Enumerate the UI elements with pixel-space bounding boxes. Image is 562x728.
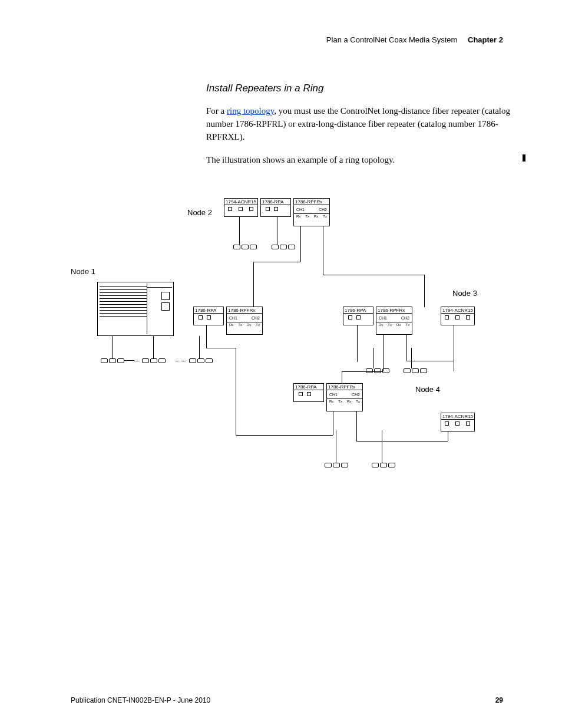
module-label: 1786-RPA bbox=[343, 307, 373, 313]
ch2-label: CH2 bbox=[401, 316, 409, 320]
connector-strip bbox=[233, 245, 257, 251]
fiber-line bbox=[253, 262, 254, 307]
fiber-line bbox=[342, 371, 383, 372]
module-label: 1786-RPFRx bbox=[294, 199, 329, 205]
module-label: 1794-ACNR15 bbox=[441, 413, 474, 419]
tx-label: Tx bbox=[238, 323, 242, 327]
fiber-line bbox=[236, 435, 333, 436]
rx-label: Rx bbox=[396, 323, 401, 327]
coax-line bbox=[454, 361, 454, 371]
page-header: Plan a ControlNet Coax Media System Chap… bbox=[326, 35, 503, 44]
tx-label: Tx bbox=[388, 323, 392, 327]
node-1-label: Node 1 bbox=[71, 267, 95, 276]
fiber-line bbox=[323, 226, 323, 275]
module-acnr-node2: 1794-ACNR15 bbox=[224, 198, 258, 217]
ring-topology-link[interactable]: ring topology bbox=[227, 106, 274, 116]
module-rpa-mid1: 1786-RPA bbox=[193, 307, 224, 325]
ch2-label: CH2 bbox=[252, 316, 260, 320]
section-heading: Install Repeaters in a Ring bbox=[206, 83, 521, 94]
module-label: 1786-RPFRx bbox=[327, 384, 362, 390]
connector-strip bbox=[189, 358, 213, 364]
module-acnr-node4: 1794-ACNR15 bbox=[441, 413, 475, 431]
rack-node1 bbox=[97, 282, 174, 336]
rx-label: Rx bbox=[296, 215, 300, 218]
coax-line bbox=[357, 325, 358, 362]
fiber-line bbox=[424, 275, 425, 307]
dotted-gap bbox=[176, 361, 186, 361]
connector-strip bbox=[324, 463, 349, 469]
coax-line bbox=[153, 336, 154, 358]
fiber-line bbox=[406, 361, 454, 361]
module-rpfrx-mid1: 1786-RPFRx CH1 CH2 Rx Tx Rx Tx bbox=[226, 307, 263, 335]
node-2-label: Node 2 bbox=[187, 208, 212, 217]
coax-line bbox=[336, 430, 336, 463]
page-footer: Publication CNET-IN002B-EN-P - June 2010… bbox=[71, 696, 503, 704]
fiber-line bbox=[383, 335, 384, 371]
ch1-label: CH1 bbox=[229, 316, 237, 320]
page-number: 29 bbox=[495, 696, 503, 704]
publication-id: Publication CNET-IN002B-EN-P - June 2010 bbox=[71, 696, 210, 704]
rx-label: Rx bbox=[247, 323, 251, 327]
coax-line bbox=[124, 360, 134, 361]
node-3-label: Node 3 bbox=[452, 289, 477, 298]
module-label: 1786-RPA bbox=[261, 199, 290, 205]
para1-pre: For a bbox=[206, 106, 227, 116]
body-paragraph-2: The illustration shows an example of a r… bbox=[206, 154, 521, 167]
module-rpa-mid2: 1786-RPA bbox=[343, 307, 373, 325]
fiber-line bbox=[448, 431, 448, 441]
fiber-line bbox=[253, 262, 300, 262]
dotted-gap bbox=[134, 361, 140, 361]
module-rpfrx-bottom: 1786-RPFRx CH1 CH2 Rx Tx Rx Tx bbox=[326, 383, 363, 411]
change-bar-icon bbox=[523, 154, 525, 162]
coax-line bbox=[382, 430, 382, 463]
rx-label: Rx bbox=[379, 323, 383, 327]
module-label: 1794-ACNR15 bbox=[441, 307, 474, 313]
fiber-line bbox=[406, 335, 407, 361]
fiber-line bbox=[356, 441, 448, 442]
module-rpfrx-mid2: 1786-RPFRx CH1 CH2 Rx Tx Rx Tx bbox=[376, 307, 412, 335]
fiber-line bbox=[333, 411, 333, 435]
coax-line bbox=[239, 217, 240, 245]
coax-line bbox=[373, 348, 374, 368]
fiber-line bbox=[454, 325, 454, 361]
module-label: 1786-RPFRx bbox=[376, 307, 412, 313]
module-label: 1786-RPA bbox=[294, 384, 323, 390]
tx-label: Tx bbox=[405, 323, 409, 327]
module-acnr-node3: 1794-ACNR15 bbox=[441, 307, 475, 325]
connector-strip bbox=[371, 463, 396, 469]
fiber-line bbox=[236, 348, 236, 435]
connector-strip bbox=[141, 358, 166, 364]
connector-strip bbox=[403, 368, 428, 374]
ch1-label: CH1 bbox=[329, 393, 338, 397]
coax-line bbox=[112, 336, 113, 358]
module-label: 1786-RPFRx bbox=[227, 307, 262, 313]
ch1-label: CH1 bbox=[296, 207, 305, 212]
module-rpa-bottom: 1786-RPA bbox=[293, 383, 324, 402]
module-label: 1794-ACNR15 bbox=[224, 199, 257, 205]
rx-label: Rx bbox=[229, 323, 233, 327]
breadcrumb-text: Plan a ControlNet Coax Media System bbox=[326, 35, 458, 44]
fiber-line bbox=[323, 275, 424, 275]
fiber-line bbox=[300, 226, 301, 262]
coax-line bbox=[277, 217, 277, 245]
node-4-label: Node 4 bbox=[415, 385, 440, 394]
coax-line bbox=[199, 336, 200, 358]
connector-strip bbox=[100, 358, 125, 364]
tx-label: Tx bbox=[338, 400, 342, 403]
module-label: 1786-RPA bbox=[194, 307, 223, 313]
ch2-label: CH2 bbox=[319, 207, 327, 212]
ch1-label: CH1 bbox=[379, 316, 387, 320]
ring-topology-diagram: Node 2 Node 1 Node 3 Node 4 1794-ACNR15 … bbox=[88, 195, 501, 489]
fiber-line bbox=[342, 371, 342, 383]
body-paragraph-1: For a ring topology, you must use the Co… bbox=[206, 105, 521, 143]
rx-label: Rx bbox=[347, 400, 351, 403]
module-rpfrx-node2: 1786-RPFRx CH1 CH2 Rx Tx Rx Tx bbox=[293, 198, 330, 226]
fiber-line bbox=[206, 325, 207, 348]
tx-label: Tx bbox=[256, 323, 260, 327]
rx-label: Rx bbox=[329, 400, 333, 403]
tx-label: Tx bbox=[323, 215, 327, 218]
connector-strip bbox=[271, 245, 296, 251]
fiber-line bbox=[206, 348, 236, 348]
rx-label: Rx bbox=[314, 215, 318, 218]
tx-label: Tx bbox=[305, 215, 309, 218]
